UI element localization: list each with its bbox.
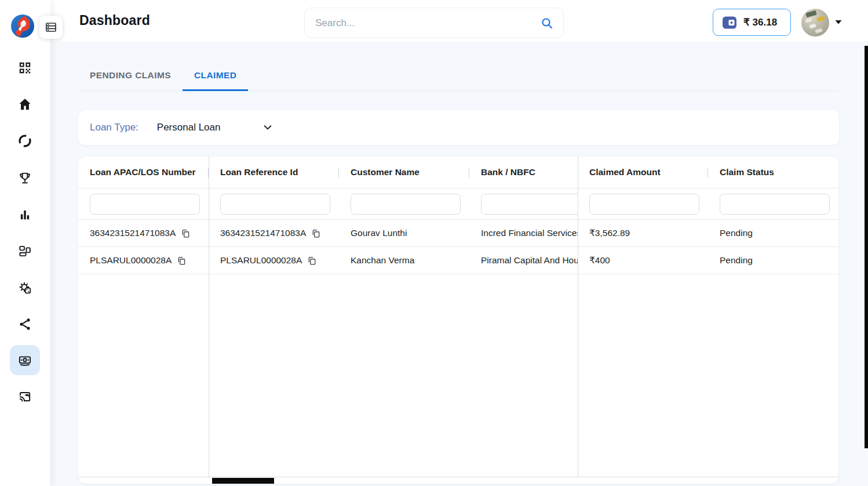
sidebar-item-dashboard-layout[interactable] [10, 236, 40, 266]
claims-table: Loan APAC/LOS Number 3634231521471083A [78, 157, 838, 484]
vertical-scrollbar-thumb[interactable] [865, 46, 868, 448]
global-search [304, 8, 564, 38]
sidebar-item-reports[interactable] [10, 200, 40, 230]
pinned-left-divider [209, 157, 209, 477]
claimed-amount-value: ₹3,562.89 [589, 228, 630, 238]
claim-status-badge: Pending [720, 228, 753, 238]
layout-dashboard-icon [17, 244, 32, 259]
table-row: ₹3,562.89 Pending [578, 220, 838, 247]
pinned-right-divider [578, 157, 578, 477]
settings-gear-icon [17, 280, 32, 295]
loan-type-select[interactable]: Personal Loan [157, 122, 274, 133]
avatar-detail [815, 28, 822, 33]
claim-status-badge: Pending [720, 255, 753, 266]
table-row: PLSARUL0000028A Kanchan Verma Piramal Ca… [209, 247, 578, 274]
main-content: PENDING CLAIMS CLAIMED Loan Type: Person… [50, 42, 868, 486]
copy-icon[interactable] [176, 255, 187, 266]
copy-icon[interactable] [180, 228, 191, 239]
column-header-claimed-amount[interactable]: Claimed Amount [578, 157, 708, 188]
loader-circle-icon [17, 133, 32, 148]
avatar-detail [805, 18, 812, 23]
loan-type-filter-card: Loan Type: Personal Loan [78, 110, 839, 145]
filter-input-customer-name[interactable] [351, 194, 461, 215]
table-row: 3634231521471083A Gourav Lunthi Incred F… [209, 220, 578, 247]
column-header-loan-reference-id[interactable]: Loan Reference Id [209, 157, 339, 188]
search-icon[interactable] [540, 16, 554, 30]
avatar-detail [816, 16, 825, 21]
brand-logo[interactable] [10, 13, 35, 39]
bar-chart-icon [17, 207, 32, 222]
list-menu-icon [44, 20, 58, 34]
wallet-balance-button[interactable]: ₹ 36.18 [713, 9, 791, 36]
wallet-icon [722, 15, 737, 30]
tab-pending-claims[interactable]: PENDING CLAIMS [78, 61, 183, 91]
table-row: PLSARUL0000028A [78, 247, 209, 274]
copy-icon[interactable] [311, 228, 322, 239]
cash-payout-icon [17, 353, 32, 368]
caret-down-icon[interactable] [834, 17, 843, 27]
table-section-pinned-right: Claimed Amount Claim Status ₹3,562.89 Pe… [578, 157, 838, 477]
sidebar-item-settings[interactable] [10, 273, 40, 303]
claims-tabs: PENDING CLAIMS CLAIMED [78, 61, 839, 91]
copy-icon[interactable] [307, 255, 318, 266]
filter-input-claim-status[interactable] [720, 194, 830, 215]
home-icon [17, 97, 32, 112]
horizontal-scrollbar-track[interactable] [78, 477, 838, 484]
sidebar-item-rewards[interactable] [10, 163, 40, 193]
screen-cast-learning-icon [17, 389, 32, 404]
avatar-detail [809, 24, 816, 29]
sidebar-item-home[interactable] [10, 89, 40, 119]
column-header-customer-name[interactable]: Customer Name [339, 157, 469, 188]
trophy-icon [17, 171, 32, 186]
table-row: 3634231521471083A [78, 220, 209, 247]
top-header: Dashboard ₹ 36.18 [50, 0, 868, 42]
avatar-detail [805, 10, 817, 18]
search-input[interactable] [315, 17, 540, 29]
sidebar-item-qr-code[interactable] [10, 53, 40, 83]
sidebar-toggle-button[interactable] [39, 16, 63, 39]
filter-input-claimed-amount[interactable] [589, 194, 699, 215]
horizontal-scrollbar-thumb[interactable] [212, 478, 274, 484]
loan-type-value: Personal Loan [157, 122, 221, 133]
user-avatar[interactable] [801, 9, 829, 37]
page-title: Dashboard [79, 13, 150, 28]
sidebar-item-share[interactable] [10, 309, 40, 339]
filter-input-bank-nbfc[interactable] [481, 194, 578, 215]
tab-claimed[interactable]: CLAIMED [183, 61, 248, 91]
sidebar [0, 0, 50, 486]
column-header-bank-nbfc[interactable]: Bank / NBFC [469, 157, 578, 188]
claimed-amount-value: ₹400 [589, 255, 610, 266]
qr-code-icon [17, 60, 32, 75]
loan-type-label: Loan Type: [90, 122, 138, 133]
wallet-balance-amount: ₹ 36.18 [743, 16, 777, 28]
column-header-claim-status[interactable]: Claim Status [708, 157, 838, 188]
table-section-center: Loan Reference Id Customer Name Bank / N… [209, 157, 578, 477]
sidebar-item-payouts[interactable] [10, 345, 40, 375]
sidebar-item-learning[interactable] [10, 382, 40, 412]
filter-input-loan-reference-id[interactable] [220, 194, 330, 215]
share-icon [17, 317, 32, 332]
sidebar-item-loader[interactable] [10, 126, 40, 156]
filter-input-loan-apac-los[interactable] [90, 194, 200, 215]
column-header-loan-apac-los[interactable]: Loan APAC/LOS Number [78, 157, 209, 188]
table-section-pinned-left: Loan APAC/LOS Number 3634231521471083A [78, 157, 209, 477]
table-row: ₹400 Pending [578, 247, 838, 274]
chevron-down-icon [262, 122, 273, 133]
